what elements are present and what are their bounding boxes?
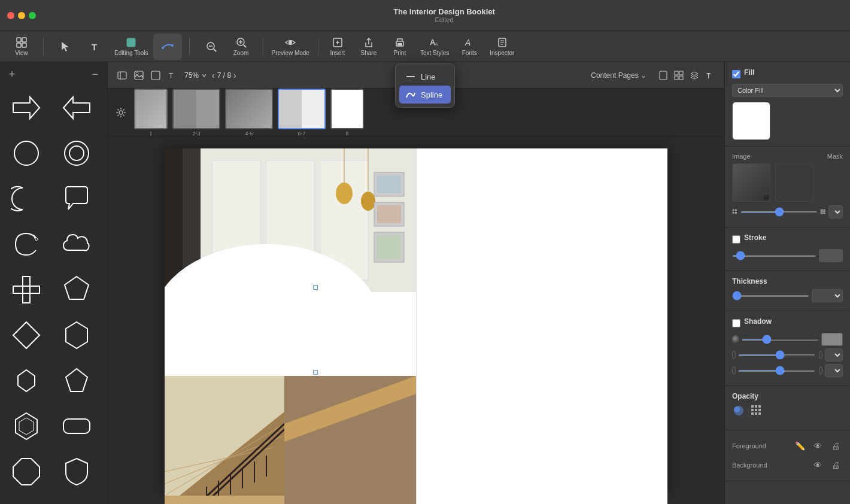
document-canvas[interactable] bbox=[108, 136, 724, 504]
grid-opacity-icon[interactable] bbox=[750, 404, 763, 420]
inspector-button[interactable]: Inspector bbox=[486, 34, 518, 60]
fg-bg-section: Foreground ✏️ 👁 🖨 Background 👁 🖨 bbox=[725, 430, 850, 481]
shape-cross[interactable] bbox=[5, 268, 48, 311]
shape-shield[interactable] bbox=[55, 450, 98, 493]
shadow-x-select[interactable] bbox=[825, 348, 843, 362]
minimize-button[interactable] bbox=[18, 12, 25, 19]
svg-text:A: A bbox=[465, 38, 470, 47]
separator-4 bbox=[318, 38, 318, 56]
thumbnail-5[interactable] bbox=[330, 89, 364, 129]
shadow-checkbox[interactable] bbox=[732, 319, 740, 327]
fullscreen-button[interactable] bbox=[29, 12, 36, 19]
print-button[interactable]: Print bbox=[385, 34, 414, 60]
preview-mode-button[interactable]: Preview Mode bbox=[268, 34, 313, 60]
text-icon-button[interactable]: T bbox=[703, 68, 717, 83]
fill-color-swatch[interactable] bbox=[732, 102, 770, 140]
thumbnail-4[interactable] bbox=[278, 89, 326, 129]
foreground-print-button[interactable]: 🖨 bbox=[828, 439, 843, 453]
shape-circle-filled[interactable] bbox=[5, 132, 48, 175]
thumbnail-2[interactable] bbox=[172, 89, 220, 129]
thumbnail-3[interactable] bbox=[225, 89, 273, 129]
zoom-control[interactable]: 75% bbox=[184, 71, 207, 80]
shape-pentagon[interactable] bbox=[55, 359, 98, 402]
image-slider[interactable] bbox=[740, 211, 818, 213]
stroke-slider[interactable] bbox=[732, 255, 816, 257]
stroke-checkbox[interactable] bbox=[732, 235, 740, 244]
shape-cloud[interactable] bbox=[55, 223, 98, 266]
image-thumbnail[interactable] bbox=[732, 163, 770, 202]
svg-rect-96 bbox=[735, 210, 737, 211]
prev-page-button[interactable]: ‹ bbox=[212, 71, 215, 80]
spline-option[interactable]: Spline bbox=[399, 86, 451, 104]
shape-arrow-left[interactable] bbox=[55, 86, 98, 129]
media-button[interactable] bbox=[132, 68, 146, 83]
shape-hexagon-outline-2[interactable] bbox=[5, 405, 48, 448]
mask-thumbnail[interactable] bbox=[775, 163, 813, 202]
handle-mid-left[interactable] bbox=[313, 370, 318, 375]
shadow-opacity-slider[interactable] bbox=[742, 339, 819, 341]
insert-button[interactable]: Insert bbox=[323, 34, 352, 60]
close-button[interactable] bbox=[7, 12, 14, 19]
section-button[interactable] bbox=[148, 68, 163, 83]
layers-opacity-icon[interactable] bbox=[732, 404, 745, 420]
foreground-edit-button[interactable]: ✏️ bbox=[793, 439, 807, 453]
view-button[interactable]: View bbox=[7, 34, 36, 60]
shadow-x-slider[interactable] bbox=[738, 354, 815, 356]
line-option[interactable]: Line bbox=[399, 68, 451, 86]
app-title-text: The Interior Design Booklet bbox=[45, 7, 843, 16]
shape-arrow-right[interactable] bbox=[5, 86, 48, 129]
stroke-color[interactable] bbox=[819, 249, 843, 262]
image-scale-select[interactable] bbox=[828, 205, 843, 218]
layers-button[interactable] bbox=[687, 68, 702, 83]
shadow-y-select[interactable] bbox=[825, 364, 843, 377]
fill-checkbox[interactable] bbox=[732, 70, 740, 78]
shadow-section: Shadow bbox=[725, 311, 850, 386]
shadow-color-swatch[interactable] bbox=[821, 333, 843, 346]
shadow-y-slider[interactable] bbox=[738, 370, 815, 372]
shape-speech-bubble[interactable] bbox=[55, 177, 98, 220]
sidebar-toggle-button[interactable] bbox=[115, 68, 129, 83]
remove-shape-button[interactable]: − bbox=[88, 67, 102, 81]
shape-circle-outline[interactable] bbox=[55, 132, 98, 175]
svg-rect-113 bbox=[751, 409, 754, 411]
shape-diamond[interactable] bbox=[5, 314, 48, 357]
shape-curved-arrow[interactable] bbox=[5, 223, 48, 266]
shape-hexagon-small[interactable] bbox=[5, 359, 48, 402]
canvas-area: T 75% ‹ 7 / 8 › Content Pages ⌄ bbox=[108, 62, 724, 504]
page-right[interactable] bbox=[416, 148, 667, 504]
shape-rectangle-rounded[interactable] bbox=[55, 405, 98, 448]
background-print-button[interactable]: 🖨 bbox=[828, 458, 843, 472]
zoom-in-button[interactable]: Zoom bbox=[227, 34, 256, 60]
next-page-button[interactable]: › bbox=[233, 71, 236, 80]
background-view-button[interactable]: 👁 bbox=[810, 458, 825, 472]
content-pages-dropdown[interactable]: Content Pages ⌄ bbox=[591, 71, 646, 80]
text-tool-button[interactable]: T bbox=[81, 34, 110, 60]
thickness-slider[interactable] bbox=[732, 295, 809, 297]
select-tool-button[interactable] bbox=[51, 34, 80, 60]
image-slider-row bbox=[732, 205, 843, 218]
shape-crescent[interactable] bbox=[5, 177, 48, 220]
handle-top-left[interactable] bbox=[313, 285, 318, 290]
shape-hexagon[interactable] bbox=[55, 314, 98, 357]
zoom-out-button[interactable] bbox=[197, 34, 226, 60]
fonts-button[interactable]: A Fonts bbox=[455, 34, 484, 60]
line-tool-button[interactable] bbox=[153, 34, 182, 60]
text-format-button[interactable]: T bbox=[165, 68, 180, 83]
layout-button[interactable] bbox=[672, 68, 686, 83]
text-styles-button[interactable]: AA Text Styles bbox=[417, 34, 453, 60]
shape-octagon[interactable] bbox=[5, 450, 48, 493]
page-left[interactable] bbox=[165, 148, 416, 504]
shape-circle-lg[interactable] bbox=[55, 496, 98, 504]
page-style-button[interactable] bbox=[656, 68, 670, 83]
shape-arrow-down[interactable] bbox=[5, 496, 48, 504]
thumbnail-1[interactable] bbox=[134, 89, 168, 129]
thickness-select[interactable] bbox=[812, 289, 843, 302]
shape-tool-button[interactable]: Editing Tools bbox=[111, 34, 152, 60]
fill-type-select[interactable]: Color Fill bbox=[732, 84, 843, 97]
shape-pentagon-outline[interactable] bbox=[55, 268, 98, 311]
add-shape-button[interactable]: + bbox=[5, 67, 19, 81]
foreground-view-button[interactable]: 👁 bbox=[810, 439, 825, 453]
svg-text:T: T bbox=[169, 72, 174, 80]
settings-icon[interactable] bbox=[115, 107, 127, 119]
share-button[interactable]: Share bbox=[354, 34, 383, 60]
